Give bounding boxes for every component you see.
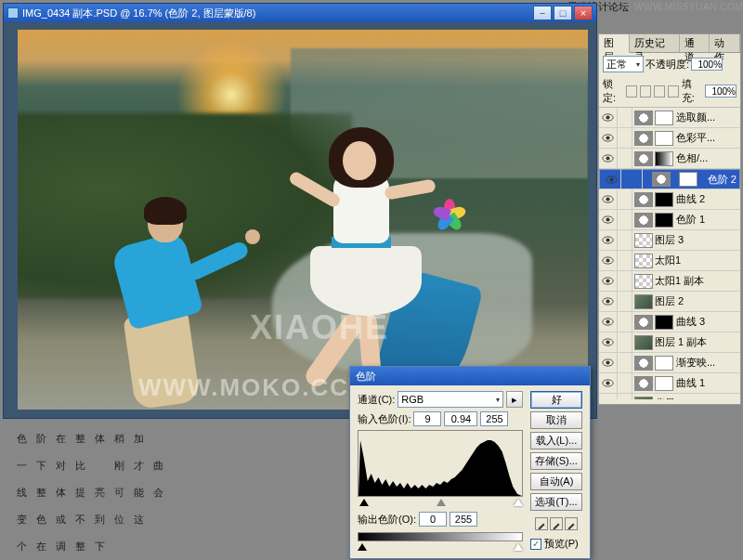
visibility-toggle[interactable] bbox=[599, 128, 618, 149]
layer-name[interactable]: 图层 2 bbox=[655, 294, 684, 308]
output-slider[interactable] bbox=[358, 543, 523, 551]
minimize-button[interactable]: − bbox=[533, 6, 552, 20]
layer-thumb[interactable] bbox=[634, 274, 653, 289]
layer-row[interactable]: 图层 3 bbox=[599, 230, 740, 251]
channel-menu-button[interactable]: ▸ bbox=[506, 391, 523, 408]
link-cell[interactable] bbox=[618, 271, 632, 292]
link-cell[interactable] bbox=[618, 353, 632, 373]
link-cell[interactable] bbox=[628, 169, 643, 189]
lock-transparency[interactable] bbox=[626, 85, 637, 98]
layer-row[interactable]: 曲线 2 bbox=[599, 189, 740, 210]
link-cell[interactable] bbox=[618, 312, 632, 332]
layer-row[interactable]: 曲线 1 bbox=[599, 373, 740, 394]
close-button[interactable]: × bbox=[574, 6, 593, 20]
layer-thumb[interactable] bbox=[634, 376, 653, 391]
input-slider[interactable] bbox=[358, 499, 523, 506]
layer-thumb[interactable] bbox=[652, 172, 671, 187]
input-low[interactable]: 9 bbox=[413, 411, 441, 426]
layer-thumb[interactable] bbox=[634, 254, 653, 268]
tab-0[interactable]: 图层 bbox=[599, 34, 630, 53]
maximize-button[interactable]: □ bbox=[554, 6, 572, 20]
layer-thumb[interactable] bbox=[634, 151, 653, 166]
visibility-toggle[interactable] bbox=[599, 189, 618, 210]
white-eyedropper[interactable] bbox=[565, 517, 578, 530]
auto-button[interactable]: 自动(A) bbox=[530, 473, 582, 490]
visibility-toggle[interactable] bbox=[599, 373, 618, 394]
link-cell[interactable] bbox=[618, 128, 632, 149]
layer-name[interactable]: 太阳1 副本 bbox=[655, 274, 704, 288]
cancel-button[interactable]: 取消 bbox=[530, 411, 582, 429]
visibility-toggle[interactable] bbox=[599, 394, 618, 400]
layer-thumb[interactable] bbox=[634, 213, 653, 228]
layer-name[interactable]: 图层 3 bbox=[655, 233, 684, 247]
visibility-toggle[interactable] bbox=[599, 292, 618, 312]
layer-thumb[interactable] bbox=[634, 356, 653, 371]
layer-row[interactable]: 渐变映... bbox=[599, 353, 740, 373]
save-button[interactable]: 存储(S)... bbox=[530, 452, 582, 470]
layer-thumb[interactable] bbox=[634, 294, 653, 309]
canvas[interactable]: XIAOHE WWW.MOKO.CC/XUNUO bbox=[18, 30, 588, 410]
load-button[interactable]: 载入(L)... bbox=[530, 432, 582, 449]
tab-1[interactable]: 历史记录 bbox=[630, 34, 680, 52]
layer-row[interactable]: 色相/... bbox=[599, 149, 740, 169]
layer-row[interactable]: 图层 2 bbox=[599, 292, 740, 312]
ok-button[interactable]: 好 bbox=[530, 391, 582, 409]
visibility-toggle[interactable] bbox=[599, 332, 618, 353]
layer-name[interactable]: 色彩平... bbox=[676, 131, 715, 145]
layer-thumb[interactable] bbox=[634, 192, 653, 207]
layer-name[interactable]: 太阳1 bbox=[655, 254, 681, 267]
options-button[interactable]: 选项(T)... bbox=[530, 493, 582, 511]
layer-thumb[interactable] bbox=[634, 131, 653, 146]
layer-row[interactable]: 色阶 2 bbox=[599, 169, 740, 189]
layer-row[interactable]: 选取颜... bbox=[599, 108, 740, 128]
document-titlebar[interactable]: IMG_0434 副本.PSD @ 16.7% (色阶 2, 图层蒙版/8) −… bbox=[4, 4, 596, 22]
layer-name[interactable]: 色阶 1 bbox=[676, 213, 705, 227]
visibility-toggle[interactable] bbox=[599, 271, 618, 292]
layer-name[interactable]: 曲线 3 bbox=[676, 315, 705, 329]
layer-name[interactable]: 曲线 1 bbox=[676, 376, 705, 390]
link-cell[interactable] bbox=[618, 108, 632, 128]
link-cell[interactable] bbox=[618, 332, 632, 353]
layer-name[interactable]: 色相/... bbox=[676, 151, 708, 165]
layer-row[interactable]: 太阳1 bbox=[599, 251, 740, 271]
layer-thumb[interactable] bbox=[634, 315, 653, 330]
layers-panel[interactable]: 图层历史记录通道动作 正常▾ 不透明度: 锁定: 填充: 选取颜... 色彩平.… bbox=[598, 33, 741, 405]
layer-row[interactable]: 色彩平... bbox=[599, 128, 740, 149]
layer-thumb[interactable] bbox=[634, 111, 653, 125]
tab-3[interactable]: 动作 bbox=[710, 34, 740, 52]
link-cell[interactable] bbox=[618, 149, 632, 169]
layer-name[interactable]: 选取颜... bbox=[676, 111, 715, 124]
link-cell[interactable] bbox=[618, 230, 632, 251]
levels-dialog[interactable]: 色阶 通道(C): RGB▾ ▸ 输入色阶(I): 9 0.94 255 bbox=[349, 366, 591, 559]
black-eyedropper[interactable] bbox=[535, 517, 548, 530]
visibility-toggle[interactable] bbox=[599, 210, 618, 230]
link-cell[interactable] bbox=[618, 373, 632, 394]
visibility-toggle[interactable] bbox=[599, 108, 618, 128]
visibility-toggle[interactable] bbox=[599, 353, 618, 373]
output-high[interactable]: 255 bbox=[450, 512, 477, 527]
layer-name[interactable]: 曲线 2 bbox=[676, 192, 705, 206]
layer-row[interactable]: 背景 bbox=[599, 394, 740, 399]
layer-row[interactable]: 图层 1 副本 bbox=[599, 332, 740, 353]
layer-thumb[interactable] bbox=[634, 397, 653, 400]
visibility-toggle[interactable] bbox=[599, 149, 618, 169]
visibility-toggle[interactable] bbox=[599, 251, 618, 271]
layer-row[interactable]: 色阶 1 bbox=[599, 210, 740, 230]
layer-name[interactable]: 渐变映... bbox=[676, 356, 715, 370]
lock-pixels[interactable] bbox=[640, 85, 651, 98]
link-cell[interactable] bbox=[618, 210, 632, 230]
levels-titlebar[interactable]: 色阶 bbox=[350, 367, 590, 385]
visibility-toggle[interactable] bbox=[599, 312, 618, 332]
input-high[interactable]: 255 bbox=[480, 411, 508, 426]
visibility-toggle[interactable] bbox=[603, 169, 621, 189]
link-cell[interactable] bbox=[618, 251, 632, 271]
input-mid[interactable]: 0.94 bbox=[444, 411, 477, 426]
output-gradient[interactable] bbox=[358, 532, 523, 541]
layer-name[interactable]: 色阶 2 bbox=[708, 173, 736, 187]
link-cell[interactable] bbox=[618, 292, 632, 312]
link-cell[interactable] bbox=[618, 189, 632, 210]
layer-thumb[interactable] bbox=[634, 335, 653, 350]
blend-mode-select[interactable]: 正常▾ bbox=[603, 56, 644, 72]
link-cell[interactable] bbox=[618, 394, 632, 400]
lock-position[interactable] bbox=[654, 85, 665, 98]
